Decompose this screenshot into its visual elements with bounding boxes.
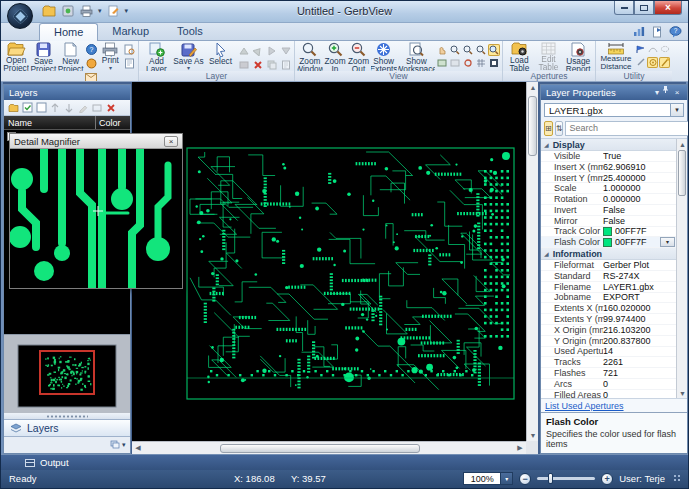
pick-point-icon[interactable]: [635, 57, 646, 68]
list-used-apertures-link[interactable]: List Used Apertures: [545, 401, 624, 411]
edit-icon[interactable]: [77, 102, 89, 114]
layers-panel-titlebar[interactable]: Layers: [4, 85, 130, 100]
property-section-information[interactable]: ◢Information: [541, 248, 676, 260]
overview-thumbnail[interactable]: [4, 334, 130, 413]
panel-close-icon[interactable]: ×: [672, 85, 682, 100]
property-row[interactable]: Extents Y (mm)99.974400: [541, 314, 676, 325]
lasso-icon[interactable]: [659, 44, 670, 55]
dimension-icon[interactable]: [647, 44, 658, 55]
customize-qat-icon[interactable]: ▾: [125, 7, 129, 15]
panel-dropdown-icon[interactable]: ▾: [652, 85, 662, 100]
property-row[interactable]: Extents X (mm)160.020000: [541, 303, 676, 314]
page-setup-icon[interactable]: [123, 57, 136, 70]
scroll-up-arrow[interactable]: ▲: [527, 82, 539, 93]
layers-tab-bar[interactable]: Layers: [4, 419, 130, 437]
grid-scroll-thumb[interactable]: [678, 150, 686, 196]
rotate-left-icon[interactable]: [237, 44, 250, 57]
add-layer-button[interactable]: Add Layer: [141, 42, 172, 71]
edit-table-button[interactable]: Edit Table: [535, 42, 563, 71]
vertical-scroll-thumb[interactable]: [528, 96, 537, 156]
magnifier-titlebar[interactable]: Detail Magnifier ×: [10, 134, 182, 149]
property-row[interactable]: Insert X (mm)62.906910: [541, 162, 676, 173]
property-row[interactable]: InvertFalse: [541, 205, 676, 216]
property-row[interactable]: MirrorFalse: [541, 216, 676, 227]
uncheck-all-icon[interactable]: [35, 102, 47, 114]
properties-titlebar[interactable]: Layer Properties ▾ ×: [541, 85, 687, 100]
usage-report-button[interactable]: Usage Report: [563, 42, 593, 71]
zoom-out-button[interactable]: Zoom Out: [347, 42, 369, 71]
zoom-all-icon[interactable]: [488, 44, 500, 56]
pan-icon[interactable]: [436, 44, 448, 56]
flip-vertical-icon[interactable]: [265, 44, 278, 57]
measure-distance-button[interactable]: Measure Distance: [598, 42, 634, 71]
measure-angle-icon[interactable]: [659, 57, 670, 68]
highlight-icon[interactable]: [462, 57, 474, 69]
zoom-previous-icon[interactable]: [449, 44, 461, 56]
zoom-window-button[interactable]: Zoom Window: [297, 42, 323, 71]
merge-icon[interactable]: [91, 102, 103, 114]
resize-grip[interactable]: [673, 474, 682, 483]
property-section-display[interactable]: ◢Display: [541, 139, 676, 151]
grid-scroll-up[interactable]: ▲: [677, 139, 687, 149]
scroll-right-arrow[interactable]: ▶: [514, 443, 526, 454]
new-layer-icon[interactable]: [7, 102, 19, 114]
property-row[interactable]: Track Color00FF7F: [541, 227, 676, 238]
grid-icon[interactable]: [475, 57, 487, 69]
show-extents-button[interactable]: Show Extents: [371, 42, 397, 71]
property-row[interactable]: Flash Color00FF7F▾: [541, 237, 676, 248]
color-column-header[interactable]: Color: [96, 116, 130, 130]
property-row[interactable]: X Origin (mm)216.103200: [541, 325, 676, 336]
print-icon[interactable]: [79, 4, 94, 18]
panel-menu-button[interactable]: ▾: [110, 439, 126, 450]
help-bubble-icon[interactable]: ?: [668, 25, 682, 38]
search-input[interactable]: [566, 123, 689, 133]
horizontal-scrollbar[interactable]: ◀ ▶: [132, 441, 526, 454]
property-row[interactable]: StandardRS-274X: [541, 271, 676, 282]
tab-home[interactable]: Home: [39, 23, 98, 41]
property-row[interactable]: Rotation0.000000: [541, 194, 676, 205]
save-icon[interactable]: [60, 4, 75, 18]
property-row[interactable]: Arcs0: [541, 379, 676, 390]
help-icon[interactable]: ?: [85, 43, 98, 56]
negative-icon[interactable]: [488, 57, 500, 69]
maximize-button[interactable]: [634, 1, 654, 15]
about-icon[interactable]: [85, 57, 98, 70]
property-row[interactable]: Scale1.000000: [541, 183, 676, 194]
zoom-slider-thumb[interactable]: [548, 473, 553, 484]
mail-icon[interactable]: [85, 71, 98, 81]
move-up-icon[interactable]: [49, 102, 61, 114]
load-table-button[interactable]: Load Table: [505, 42, 534, 71]
detail-magnifier-window[interactable]: Detail Magnifier ×: [9, 133, 183, 289]
magnifier-close-button[interactable]: ×: [164, 136, 178, 147]
property-row[interactable]: Insert Y (mm)25.400000: [541, 173, 676, 184]
alphabetical-sort-button[interactable]: ⇅: [555, 121, 564, 136]
name-column-header[interactable]: Name: [4, 116, 96, 129]
gerber-view-canvas[interactable]: [132, 82, 526, 441]
duplicate-layer-icon[interactable]: [265, 58, 278, 71]
horizontal-scroll-thumb[interactable]: [220, 444, 420, 453]
print-dropdown-icon[interactable]: ▾: [98, 7, 102, 15]
output-bar[interactable]: Output: [1, 454, 688, 470]
stats-icon[interactable]: [632, 25, 646, 38]
origin-icon[interactable]: [647, 57, 658, 68]
layer-selector[interactable]: LAYER1.gbx ▾: [544, 103, 684, 117]
show-workspace-button[interactable]: Show Workspace: [398, 42, 435, 71]
property-row[interactable]: Filled Areas0: [541, 390, 676, 398]
birdseye-icon[interactable]: [449, 57, 461, 69]
tab-markup[interactable]: Markup: [98, 23, 163, 41]
zoom-dropdown-button[interactable]: ▾: [501, 472, 513, 485]
close-button[interactable]: ×: [654, 1, 682, 15]
zoom-in-button[interactable]: Zoom In: [324, 42, 346, 71]
value-dropdown-button[interactable]: ▾: [660, 237, 675, 247]
zoom-level-box[interactable]: 100% ▾: [463, 472, 513, 485]
property-row[interactable]: Flashes721: [541, 368, 676, 379]
grid-scroll-down[interactable]: ▼: [677, 388, 687, 398]
open-project-button[interactable]: Open Project: [3, 42, 29, 71]
minimize-button[interactable]: [614, 1, 634, 15]
move-down-icon[interactable]: [63, 102, 75, 114]
zoom-selection-icon[interactable]: [475, 44, 487, 56]
layer-selector-dropdown[interactable]: ▾: [670, 104, 683, 116]
feedback-icon[interactable]: [650, 25, 664, 38]
save-project-button[interactable]: Save Project: [30, 42, 56, 71]
save-as-button[interactable]: Save As: [173, 42, 204, 71]
